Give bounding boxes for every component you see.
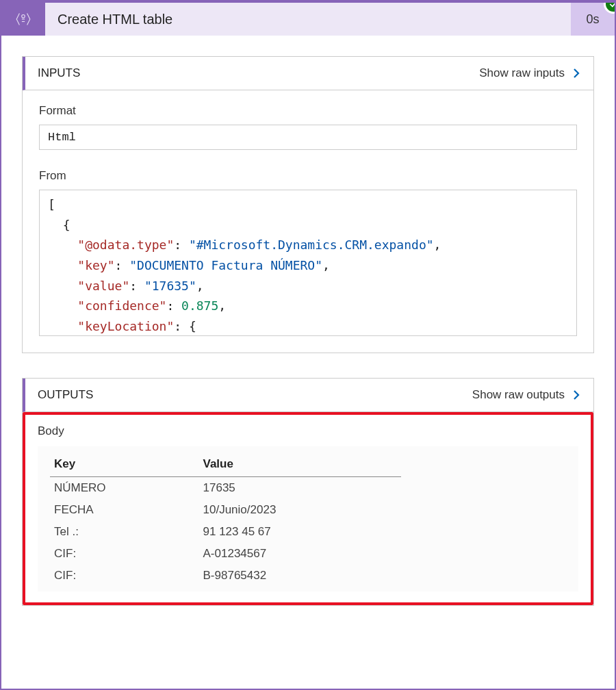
section-title: INPUTS (38, 66, 80, 80)
check-icon (608, 0, 616, 9)
body-table: Key Value NÚMERO17635FECHA10/Junio/2023T… (50, 452, 401, 587)
action-title: Create HTML table (45, 3, 571, 36)
col-header-value: Value (199, 452, 401, 477)
from-json-viewer[interactable]: [ { "@odata.type": "#Microsoft.Dynamics.… (39, 190, 577, 336)
format-value: Html (39, 125, 577, 150)
cell-key: FECHA (50, 499, 199, 521)
section-title: OUTPUTS (38, 388, 93, 402)
col-header-key: Key (50, 452, 199, 477)
table-row: FECHA10/Junio/2023 (50, 499, 401, 521)
action-header: Create HTML table 0s (1, 3, 615, 36)
cell-key: CIF: (50, 565, 199, 587)
outputs-card-header: OUTPUTS Show raw outputs (23, 379, 593, 412)
cell-value: 10/Junio/2023 (199, 499, 401, 521)
format-label: Format (39, 104, 577, 118)
action-icon-tile (1, 3, 45, 36)
inputs-card: INPUTS Show raw inputs Format Html From … (22, 56, 594, 353)
from-label: From (39, 169, 577, 183)
table-row: CIF:A-01234567 (50, 543, 401, 565)
cell-key: NÚMERO (50, 477, 199, 500)
show-raw-outputs-label: Show raw outputs (472, 388, 565, 402)
cell-value: B-98765432 (199, 565, 401, 587)
cell-value: 17635 (199, 477, 401, 500)
body-label: Body (38, 424, 578, 438)
cell-key: Tel .: (50, 521, 199, 543)
table-row: Tel .:91 123 45 67 (50, 521, 401, 543)
show-raw-inputs-label: Show raw inputs (479, 66, 565, 80)
from-json-content: [ { "@odata.type": "#Microsoft.Dynamics.… (48, 194, 568, 336)
inputs-card-header: INPUTS Show raw inputs (23, 57, 593, 90)
cell-value: 91 123 45 67 (199, 521, 401, 543)
svg-point-0 (22, 15, 25, 18)
chevron-right-icon (570, 389, 582, 401)
show-raw-outputs-link[interactable]: Show raw outputs (472, 388, 582, 402)
outputs-body-highlight: Body Key Value NÚMERO17635FECHA10/Junio/… (23, 412, 593, 605)
chevron-right-icon (570, 67, 582, 79)
show-raw-inputs-link[interactable]: Show raw inputs (479, 66, 582, 80)
cell-value: A-01234567 (199, 543, 401, 565)
table-row: NÚMERO17635 (50, 477, 401, 500)
data-operation-icon (14, 10, 33, 29)
cell-key: CIF: (50, 543, 199, 565)
body-table-scroll[interactable]: Key Value NÚMERO17635FECHA10/Junio/2023T… (38, 446, 578, 591)
table-row: CIF:B-98765432 (50, 565, 401, 587)
outputs-card: OUTPUTS Show raw outputs Body Key Value (22, 378, 594, 606)
